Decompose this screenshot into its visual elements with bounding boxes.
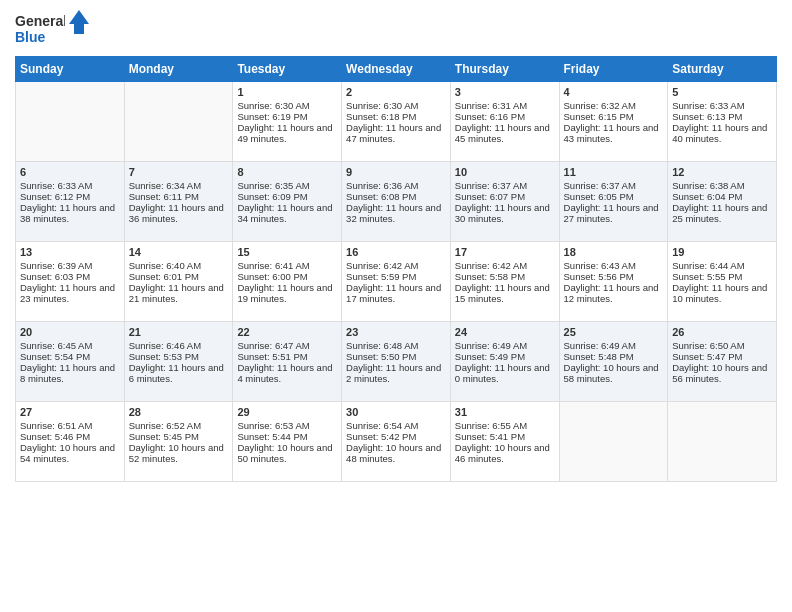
calendar-cell — [124, 82, 233, 162]
day-number: 20 — [20, 326, 120, 338]
day-info: Sunset: 5:59 PM — [346, 271, 446, 282]
calendar-cell: 12Sunrise: 6:38 AMSunset: 6:04 PMDayligh… — [668, 162, 777, 242]
calendar-cell: 7Sunrise: 6:34 AMSunset: 6:11 PMDaylight… — [124, 162, 233, 242]
day-info: Daylight: 11 hours and 47 minutes. — [346, 122, 446, 144]
calendar-cell: 20Sunrise: 6:45 AMSunset: 5:54 PMDayligh… — [16, 322, 125, 402]
day-info: Sunrise: 6:33 AM — [672, 100, 772, 111]
calendar-cell: 17Sunrise: 6:42 AMSunset: 5:58 PMDayligh… — [450, 242, 559, 322]
day-number: 12 — [672, 166, 772, 178]
day-info: Daylight: 10 hours and 46 minutes. — [455, 442, 555, 464]
day-info: Sunrise: 6:33 AM — [20, 180, 120, 191]
calendar-cell: 3Sunrise: 6:31 AMSunset: 6:16 PMDaylight… — [450, 82, 559, 162]
day-info: Sunrise: 6:44 AM — [672, 260, 772, 271]
calendar-cell: 1Sunrise: 6:30 AMSunset: 6:19 PMDaylight… — [233, 82, 342, 162]
day-info: Sunrise: 6:50 AM — [672, 340, 772, 351]
day-info: Daylight: 11 hours and 23 minutes. — [20, 282, 120, 304]
day-info: Daylight: 11 hours and 38 minutes. — [20, 202, 120, 224]
day-info: Daylight: 11 hours and 19 minutes. — [237, 282, 337, 304]
logo: General Blue — [15, 10, 89, 48]
day-info: Daylight: 11 hours and 36 minutes. — [129, 202, 229, 224]
day-number: 26 — [672, 326, 772, 338]
day-info: Sunset: 6:12 PM — [20, 191, 120, 202]
calendar-cell: 9Sunrise: 6:36 AMSunset: 6:08 PMDaylight… — [342, 162, 451, 242]
day-number: 7 — [129, 166, 229, 178]
day-number: 2 — [346, 86, 446, 98]
col-header-saturday: Saturday — [668, 57, 777, 82]
day-info: Daylight: 11 hours and 6 minutes. — [129, 362, 229, 384]
day-info: Daylight: 11 hours and 8 minutes. — [20, 362, 120, 384]
day-info: Daylight: 10 hours and 52 minutes. — [129, 442, 229, 464]
day-number: 11 — [564, 166, 664, 178]
day-info: Daylight: 11 hours and 2 minutes. — [346, 362, 446, 384]
day-info: Sunset: 6:07 PM — [455, 191, 555, 202]
day-info: Daylight: 10 hours and 48 minutes. — [346, 442, 446, 464]
day-number: 1 — [237, 86, 337, 98]
day-info: Sunrise: 6:42 AM — [455, 260, 555, 271]
calendar-cell: 5Sunrise: 6:33 AMSunset: 6:13 PMDaylight… — [668, 82, 777, 162]
day-info: Sunrise: 6:42 AM — [346, 260, 446, 271]
day-number: 3 — [455, 86, 555, 98]
col-header-sunday: Sunday — [16, 57, 125, 82]
day-info: Sunset: 5:41 PM — [455, 431, 555, 442]
calendar-cell: 21Sunrise: 6:46 AMSunset: 5:53 PMDayligh… — [124, 322, 233, 402]
calendar-cell: 29Sunrise: 6:53 AMSunset: 5:44 PMDayligh… — [233, 402, 342, 482]
day-info: Sunset: 6:13 PM — [672, 111, 772, 122]
day-info: Sunset: 6:04 PM — [672, 191, 772, 202]
day-info: Sunrise: 6:36 AM — [346, 180, 446, 191]
day-info: Sunrise: 6:52 AM — [129, 420, 229, 431]
day-info: Sunrise: 6:31 AM — [455, 100, 555, 111]
calendar-cell — [16, 82, 125, 162]
day-number: 18 — [564, 246, 664, 258]
day-number: 15 — [237, 246, 337, 258]
day-info: Daylight: 11 hours and 15 minutes. — [455, 282, 555, 304]
day-info: Sunrise: 6:30 AM — [346, 100, 446, 111]
day-info: Daylight: 10 hours and 56 minutes. — [672, 362, 772, 384]
day-number: 13 — [20, 246, 120, 258]
calendar-cell: 8Sunrise: 6:35 AMSunset: 6:09 PMDaylight… — [233, 162, 342, 242]
day-info: Daylight: 10 hours and 58 minutes. — [564, 362, 664, 384]
day-info: Daylight: 10 hours and 54 minutes. — [20, 442, 120, 464]
day-number: 30 — [346, 406, 446, 418]
col-header-wednesday: Wednesday — [342, 57, 451, 82]
day-info: Sunrise: 6:54 AM — [346, 420, 446, 431]
calendar-header: SundayMondayTuesdayWednesdayThursdayFrid… — [16, 57, 777, 82]
day-info: Sunrise: 6:53 AM — [237, 420, 337, 431]
day-info: Sunset: 6:18 PM — [346, 111, 446, 122]
day-info: Sunrise: 6:46 AM — [129, 340, 229, 351]
day-info: Sunset: 5:48 PM — [564, 351, 664, 362]
day-number: 19 — [672, 246, 772, 258]
day-number: 14 — [129, 246, 229, 258]
col-header-friday: Friday — [559, 57, 668, 82]
calendar-cell: 13Sunrise: 6:39 AMSunset: 6:03 PMDayligh… — [16, 242, 125, 322]
svg-text:Blue: Blue — [15, 29, 46, 45]
day-number: 21 — [129, 326, 229, 338]
logo-triangle-icon — [69, 10, 89, 48]
day-info: Sunset: 5:47 PM — [672, 351, 772, 362]
day-info: Sunset: 5:53 PM — [129, 351, 229, 362]
day-info: Sunrise: 6:34 AM — [129, 180, 229, 191]
day-info: Sunrise: 6:47 AM — [237, 340, 337, 351]
day-info: Daylight: 11 hours and 25 minutes. — [672, 202, 772, 224]
day-info: Sunset: 5:51 PM — [237, 351, 337, 362]
day-info: Sunset: 6:01 PM — [129, 271, 229, 282]
day-info: Sunset: 5:44 PM — [237, 431, 337, 442]
day-info: Sunrise: 6:55 AM — [455, 420, 555, 431]
day-info: Daylight: 11 hours and 43 minutes. — [564, 122, 664, 144]
day-info: Daylight: 10 hours and 50 minutes. — [237, 442, 337, 464]
calendar-cell — [668, 402, 777, 482]
day-info: Sunrise: 6:49 AM — [564, 340, 664, 351]
calendar-cell: 25Sunrise: 6:49 AMSunset: 5:48 PMDayligh… — [559, 322, 668, 402]
day-info: Sunset: 5:46 PM — [20, 431, 120, 442]
calendar-cell: 16Sunrise: 6:42 AMSunset: 5:59 PMDayligh… — [342, 242, 451, 322]
day-info: Sunrise: 6:38 AM — [672, 180, 772, 191]
logo-svg: General Blue — [15, 10, 65, 48]
day-info: Sunset: 5:58 PM — [455, 271, 555, 282]
day-info: Daylight: 11 hours and 49 minutes. — [237, 122, 337, 144]
day-number: 24 — [455, 326, 555, 338]
day-info: Daylight: 11 hours and 30 minutes. — [455, 202, 555, 224]
calendar-cell: 18Sunrise: 6:43 AMSunset: 5:56 PMDayligh… — [559, 242, 668, 322]
calendar-cell: 15Sunrise: 6:41 AMSunset: 6:00 PMDayligh… — [233, 242, 342, 322]
day-info: Sunset: 6:09 PM — [237, 191, 337, 202]
calendar-cell — [559, 402, 668, 482]
day-info: Sunrise: 6:51 AM — [20, 420, 120, 431]
